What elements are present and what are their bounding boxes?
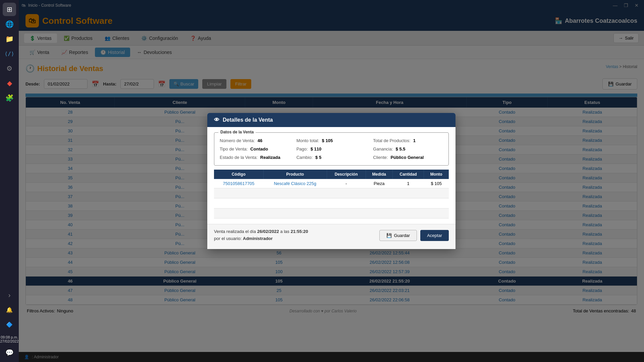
clock-display: 09:08 p.m. 27/02/2022 [0,335,18,343]
empty-row [214,198,449,208]
sidebar-icon-diamond[interactable]: ◆ [3,76,16,90]
sidebar-icon-code[interactable]: ⟨/⟩ [3,47,16,60]
product-monto: $ 105 [424,179,449,188]
section-title: Datos de la Venta [218,130,256,134]
sidebar: ⊞ 🌐 📁 ⟨/⟩ ⚙ ◆ 🧩 › 🔔 🔷 09:08 p.m. 27/02/2… [0,0,19,362]
modal-title: Detalles de la Venta [223,117,273,123]
col-descripcion: Descripción [327,170,366,179]
footer-top: Venta realizada el día 26/02/2022 a las … [214,228,449,242]
modal-overlay[interactable]: 👁 Detalles de la Venta Datos de la Venta… [19,0,644,362]
field-cambio: Cambio: $ 5 [297,155,367,160]
field-pago: Pago: $ 110 [297,146,367,152]
datos-venta-section: Datos de la Venta Número de Venta: 46 Mo… [214,132,449,166]
sidebar-icon-puzzle[interactable]: 🧩 [3,91,16,105]
product-nombre[interactable]: Nescafé Clásico 225g [263,179,327,188]
sidebar-icon-bell[interactable]: 🔔 [3,303,16,316]
modal-guardar-button[interactable]: 💾 Guardar [379,230,417,241]
notification-area: 🔔 🔷 [3,303,16,331]
product-medida: Pieza [366,179,392,188]
venta-label: Venta realizada el día [214,229,256,234]
venta-date: 26/02/2022 [257,229,279,234]
sidebar-icon-grid[interactable]: ⊞ [3,3,16,16]
footer-info: Venta realizada el día 26/02/2022 a las … [214,228,308,242]
field-total-productos: Total de Productos: 1 [373,138,443,143]
save-icon-modal: 💾 [386,233,392,238]
product-cantidad: 1 [393,179,424,188]
modal-footer: Venta realizada el día 26/02/2022 a las … [207,224,455,249]
details-modal: 👁 Detalles de la Venta Datos de la Venta… [207,113,455,249]
product-codigo[interactable]: 7501058617705 [214,179,263,188]
sidebar-icon-settings[interactable]: ⚙ [3,62,16,75]
product-row: 7501058617705 Nescafé Clásico 225g - Pie… [214,179,449,188]
field-tipo-venta: Tipo de Venta: Contado [220,146,290,152]
sidebar-icon-chat[interactable]: 💬 [3,346,16,359]
usuario-value: Administrador [243,236,273,241]
field-numero-venta: Número de Venta: 46 [220,138,290,143]
usuario-label: por el usuario: [214,236,241,241]
sidebar-icon-bluetooth[interactable]: 🔷 [3,318,16,331]
products-header-row: Código Producto Descripción Medida Canti… [214,170,449,179]
product-descripcion: - [327,179,366,188]
empty-row [214,188,449,198]
products-table: Código Producto Descripción Medida Canti… [214,170,449,219]
modal-body: Datos de la Venta Número de Venta: 46 Mo… [207,127,455,224]
col-medida: Medida [366,170,392,179]
modal-header: 👁 Detalles de la Venta [207,113,455,127]
col-codigo: Código [214,170,263,179]
col-monto-prod: Monto [424,170,449,179]
venta-time: 21:55:20 [290,229,308,234]
col-cantidad: Cantidad [393,170,424,179]
eye-icon: 👁 [214,117,219,123]
field-monto-total: Monto total: $ 105 [297,138,367,143]
sidebar-icon-globe[interactable]: 🌐 [3,17,16,31]
sidebar-expand-icon[interactable]: › [3,288,16,302]
field-estado-venta: Estado de la Venta: Realizada [220,155,290,160]
alas-label: a las [280,229,289,234]
modal-aceptar-button[interactable]: Aceptar [420,230,449,241]
field-cliente: Cliente: Público General [373,155,443,160]
fields-grid: Número de Venta: 46 Monto total: $ 105 T… [220,138,443,160]
products-body: 7501058617705 Nescafé Clásico 225g - Pie… [214,179,449,219]
footer-buttons: 💾 Guardar Aceptar [379,230,449,241]
field-ganancia: Ganancia: $ 5.5 [373,146,443,152]
col-producto: Producto [263,170,327,179]
sidebar-icon-folder[interactable]: 📁 [3,32,16,46]
empty-row [214,208,449,219]
